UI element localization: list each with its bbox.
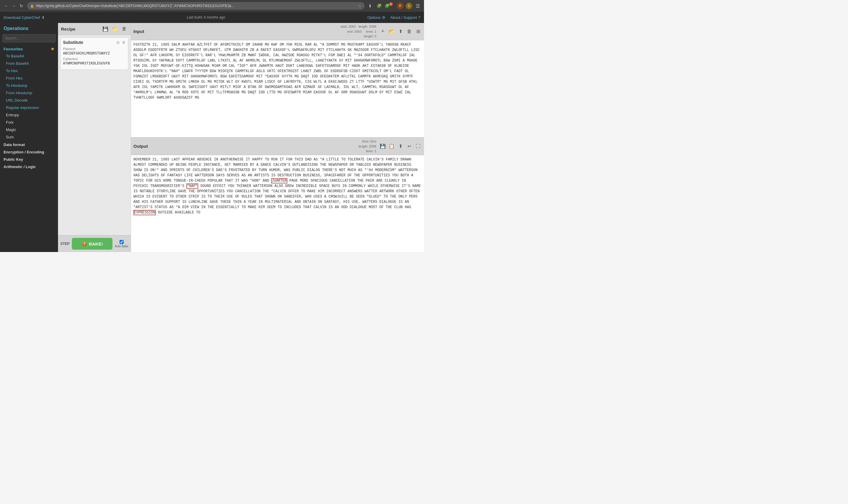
sidebar-item-from-hex[interactable]: From Hex	[0, 74, 58, 82]
sidebar-item-from-base64[interactable]: From Base64	[0, 60, 58, 67]
about-label: About / Support	[390, 15, 417, 20]
reload-button[interactable]: ↻	[18, 3, 25, 9]
recipe-area: Recipe 💾 📁 🗑 Substitute ⊘ ⏸ Plaintext	[58, 23, 131, 252]
bake-label: BAKE!	[89, 241, 103, 247]
undo-output-button[interactable]: ↩	[406, 143, 413, 150]
forward-button[interactable]: →	[11, 3, 17, 9]
browser-chrome: ← → ↻ 🔒 https://gchq.github.io/CyberChef…	[0, 0, 424, 12]
input-length-zero: length: 0	[340, 34, 376, 39]
public-key-section[interactable]: Public Key	[0, 156, 58, 163]
browser-menu-button[interactable]: ☰	[415, 3, 421, 9]
question-icon: ?	[418, 15, 420, 20]
sidebar-item-url-decode[interactable]: URL Decode	[0, 96, 58, 104]
upload-button[interactable]: ⬆	[397, 28, 404, 35]
options-button[interactable]: Options ⚙	[367, 15, 386, 20]
bake-icon: 🍪	[82, 241, 87, 247]
sidebar-item-sum[interactable]: Sum	[0, 133, 58, 141]
recipe-card-substitute: Substitute ⊘ ⏸ Plaintext ABCDEFGHIKLMOQR…	[60, 37, 128, 70]
swap-io-button[interactable]: ⬆	[397, 143, 404, 150]
gear-icon: ⚙	[382, 15, 385, 20]
sidebar-item-to-hexdump[interactable]: To Hexdump	[0, 82, 58, 89]
open-file-button[interactable]: 📂	[388, 28, 395, 35]
input-length-lines: end: 2063 lines: 1	[340, 29, 376, 34]
clear-recipe-button[interactable]: 🗑	[121, 25, 128, 32]
data-format-section[interactable]: Data format	[0, 141, 58, 148]
sidebar-item-label: To Base64	[6, 54, 24, 58]
recipe-header-icons: 💾 📁 🗑	[102, 25, 128, 32]
copy-output-button[interactable]: 📋	[388, 143, 395, 150]
input-title: Input	[133, 29, 144, 34]
content-area: Input start: 2063 length: 2599 end: 2063…	[131, 23, 424, 252]
profile-avatar[interactable]: P	[397, 3, 403, 9]
sidebar-item-label: To Hex	[6, 69, 18, 73]
recipe-body: Substitute ⊘ ⏸ Plaintext ABCDEFGHIKLMOQR…	[58, 35, 131, 235]
sidebar-item-to-base64[interactable]: To Base64	[0, 52, 58, 60]
input-content[interactable]: FGXTDZTK 21, 1985 SALM AHHTAK AZLTFET OF…	[131, 40, 424, 138]
fullscreen-output-button[interactable]: ⛶	[415, 143, 422, 150]
sidebar-item-entropy[interactable]: Entropy	[0, 111, 58, 119]
data-format-label: Data format	[3, 143, 25, 147]
about-button[interactable]: About / Support ?	[390, 15, 420, 20]
sidebar-item-from-hexdump[interactable]: From Hexdump	[0, 89, 58, 96]
download-text: Download CyberChef	[3, 15, 40, 20]
profile-avatar-2[interactable]: C	[406, 3, 412, 9]
ciphertext-value[interactable]: AYWMCNOPHRSTIKDLEGUVFB	[63, 61, 126, 65]
sidebar-item-label: Fork	[6, 120, 14, 125]
recipe-title: Recipe	[61, 26, 75, 32]
input-header-right: start: 2063 length: 2599 end: 2063 lines…	[340, 24, 422, 39]
add-input-button[interactable]: +	[379, 28, 386, 35]
plaintext-value[interactable]: ABCDEFGHIKLMOQRSTUWXYZ	[63, 51, 126, 55]
sidebar-item-magic[interactable]: Magic	[0, 126, 58, 133]
output-content: NOVEMBER 21, 1985 LAST APPEAR ABSENCE IN…	[131, 155, 424, 252]
input-panel: Input start: 2063 length: 2599 end: 2063…	[131, 23, 424, 138]
sidebar-scroll-area: Favourites ★ To Base64 From Base64 To He…	[0, 45, 58, 252]
sidebar-item-label: From Hexdump	[6, 91, 32, 95]
sidebar: Operations Favourites ★ To Base64 From B…	[0, 23, 58, 252]
ciphertext-field: Ciphertext AYWMCNOPHRSTIKDLEGUVFB	[63, 57, 126, 65]
downloads-icon[interactable]: ⬇	[367, 3, 373, 9]
clear-input-button[interactable]: 🗑	[406, 28, 413, 35]
input-header-left: Input	[133, 29, 144, 34]
disable-step-button[interactable]: ⊘	[116, 40, 120, 45]
sidebar-item-label: URL Decode	[6, 98, 28, 103]
pause-step-button[interactable]: ⏸	[122, 40, 126, 45]
sidebar-item-label: From Base64	[6, 61, 29, 66]
extensions-icon[interactable]: 🧩	[376, 3, 382, 9]
output-meta: time: 0ms length: 2599 lines: 1	[358, 139, 376, 154]
save-output-button[interactable]: 💾	[379, 143, 386, 150]
input-meta: start: 2063 length: 2599 end: 2063 lines…	[340, 24, 376, 39]
bookmark-icon[interactable]: ☆	[358, 3, 362, 8]
address-bar[interactable]: 🔒 https://gchq.github.io/CyberChef/#reci…	[27, 2, 364, 10]
download-icon: ⬇	[41, 15, 45, 20]
favourites-section[interactable]: Favourites ★	[0, 45, 58, 52]
back-button[interactable]: ←	[3, 3, 10, 9]
auto-bake-checkbox[interactable]	[120, 240, 124, 244]
app-bar-right: Options ⚙ About / Support ?	[367, 15, 420, 20]
open-recipe-button[interactable]: 📁	[111, 25, 119, 32]
sidebar-item-to-hex[interactable]: To Hex	[0, 67, 58, 74]
search-input[interactable]	[2, 34, 56, 42]
recipe-card-title: Substitute	[63, 40, 83, 45]
bake-button[interactable]: 🍪 BAKE!	[72, 238, 112, 250]
public-key-label: Public Key	[3, 157, 23, 162]
sidebar-item-regex[interactable]: Regular expression	[0, 104, 58, 111]
layout-button[interactable]: ⊞	[415, 28, 422, 35]
output-panel: Output time: 0ms length: 2599 lines: 1 💾…	[131, 138, 424, 252]
plaintext-label: Plaintext	[63, 47, 126, 51]
output-title: Output	[133, 144, 148, 149]
enc-encoding-section[interactable]: Encryption / Encoding	[0, 148, 58, 156]
output-time: time: 0ms	[358, 139, 376, 144]
output-header-right: time: 0ms length: 2599 lines: 1 💾 📋 ⬆ ↩ …	[358, 139, 422, 154]
arithmetic-section[interactable]: Arithmetic / Logic	[0, 163, 58, 170]
output-panel-header: Output time: 0ms length: 2599 lines: 1 💾…	[131, 138, 424, 155]
nav-buttons: ← → ↻	[3, 3, 25, 9]
input-panel-actions: + 📂 ⬆ 🗑 ⊞	[379, 28, 422, 35]
highlight-juarter: JUARTER	[271, 178, 287, 183]
sidebar-item-label: To Hexdump	[6, 83, 28, 88]
sidebar-item-fork[interactable]: Fork	[0, 119, 58, 126]
download-cyberchef-link[interactable]: Download CyberChef ⬇	[3, 15, 45, 20]
last-build-text: Last build: 6 months ago	[187, 15, 225, 19]
save-recipe-button[interactable]: 💾	[102, 25, 109, 32]
favourites-label: Favourites	[3, 47, 23, 51]
app-bar-left: Download CyberChef ⬇	[3, 15, 45, 20]
